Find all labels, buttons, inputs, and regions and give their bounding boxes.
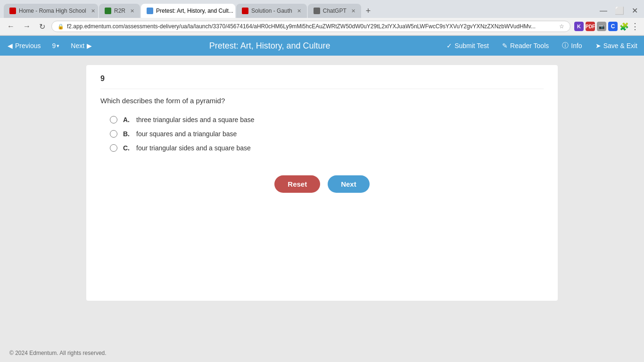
question-number: 9: [100, 74, 544, 89]
tab-edmentum[interactable]: Pretest: Art, History, and Cult... ✕: [141, 4, 235, 18]
toolbar-title: Pretest: Art, History, and Culture: [99, 41, 440, 51]
browser-extensions: K PDF 📷 C 🧩 ⋮: [574, 21, 639, 32]
option-c[interactable]: C. four triangular sides and a square ba…: [110, 144, 544, 152]
main-content: 9 Which describes the form of a pyramid?…: [0, 56, 644, 344]
previous-icon: ◀: [8, 42, 13, 49]
submit-icon: ✓: [446, 42, 452, 49]
address-bar: ← → ↻ 🔒 f2.app.edmentum.com/assessments-…: [0, 18, 644, 35]
option-b[interactable]: B. four squares and a triangular base: [110, 130, 544, 138]
copyright-text: © 2024 Edmentum. All rights reserved.: [9, 350, 107, 356]
question-number-display: 9: [52, 42, 56, 49]
tab-favicon-chatgpt: [314, 8, 320, 14]
submit-test-button[interactable]: ✓ Submit Test: [440, 36, 495, 56]
radio-a[interactable]: [110, 116, 117, 123]
minimize-button[interactable]: —: [597, 6, 610, 16]
tab-favicon-edmentum: [147, 8, 153, 14]
browser-chrome: Home - Roma High School ✕ R2R ✕ Pretest:…: [0, 0, 644, 36]
options-list: A. three triangular sides and a square b…: [110, 116, 544, 152]
option-c-letter: C.: [123, 144, 132, 152]
next-button-toolbar[interactable]: Next ▶: [63, 36, 99, 56]
option-b-text: four squares and a triangular base: [136, 130, 237, 138]
question-selector[interactable]: 9 ▾: [48, 36, 63, 56]
reset-button[interactable]: Reset: [274, 175, 320, 193]
bookmark-icon[interactable]: ☆: [559, 23, 564, 30]
chevron-down-icon: ▾: [57, 43, 59, 49]
action-buttons: Reset Next: [100, 175, 544, 193]
option-c-text: four triangular sides and a square base: [136, 144, 251, 152]
question-card: 9 Which describes the form of a pyramid?…: [86, 65, 558, 301]
reader-tools-button[interactable]: ✎ Reader Tools: [495, 36, 555, 56]
restore-button[interactable]: ⬜: [612, 5, 627, 16]
option-a-label: A. three triangular sides and a square b…: [123, 116, 255, 123]
question-text: Which describes the form of a pyramid?: [100, 97, 544, 105]
save-exit-label: Save & Exit: [603, 42, 637, 49]
tab-gauth-close[interactable]: ✕: [297, 8, 301, 14]
reload-button[interactable]: ↻: [37, 21, 48, 32]
tab-favicon-home: [9, 8, 16, 14]
forward-button[interactable]: →: [21, 21, 33, 32]
extension-blue[interactable]: C: [608, 22, 618, 31]
next-button[interactable]: Next: [328, 175, 370, 193]
previous-button[interactable]: ◀ Previous: [0, 36, 48, 56]
tab-home[interactable]: Home - Roma High School ✕: [4, 4, 98, 18]
tab-gauth-label: Solution - Gauth: [251, 8, 292, 14]
tab-home-close[interactable]: ✕: [91, 8, 95, 14]
tab-favicon-r2r: [105, 8, 111, 14]
lock-icon: 🔒: [58, 24, 64, 30]
extension-cam[interactable]: 📷: [597, 22, 606, 31]
option-c-label: C. four triangular sides and a square ba…: [123, 144, 251, 152]
new-tab-button[interactable]: +: [362, 4, 375, 18]
save-exit-button[interactable]: ➤ Save & Exit: [589, 36, 644, 56]
previous-label: Previous: [15, 42, 41, 49]
tab-favicon-gauth: [242, 8, 248, 14]
tab-home-label: Home - Roma High School: [19, 8, 86, 14]
tab-r2r-close[interactable]: ✕: [130, 8, 134, 14]
browser-menu-button[interactable]: ⋮: [631, 21, 639, 32]
info-button[interactable]: ⓘ Info: [555, 36, 588, 56]
extensions-icon[interactable]: 🧩: [619, 22, 629, 31]
close-button[interactable]: ✕: [629, 5, 640, 16]
extension-k[interactable]: K: [574, 22, 584, 31]
tab-bar: Home - Roma High School ✕ R2R ✕ Pretest:…: [0, 0, 644, 18]
option-b-label: B. four squares and a triangular base: [123, 130, 237, 138]
next-icon-toolbar: ▶: [87, 42, 92, 49]
url-bar[interactable]: 🔒 f2.app.edmentum.com/assessments-delive…: [51, 21, 570, 32]
next-label-toolbar: Next: [71, 42, 84, 49]
tab-r2r[interactable]: R2R ✕: [99, 4, 140, 18]
url-text: f2.app.edmentum.com/assessments-delivery…: [67, 23, 556, 30]
reader-tools-label: Reader Tools: [510, 42, 549, 49]
option-a[interactable]: A. three triangular sides and a square b…: [110, 116, 544, 123]
save-exit-icon: ➤: [595, 42, 601, 49]
toolbar-right: ✓ Submit Test ✎ Reader Tools ⓘ Info ➤ Sa…: [440, 36, 644, 56]
back-button[interactable]: ←: [5, 21, 17, 32]
tab-edmentum-label: Pretest: Art, History, and Cult...: [156, 8, 233, 14]
tab-chatgpt-label: ChatGPT: [323, 8, 347, 14]
option-a-text: three triangular sides and a square base: [136, 116, 255, 123]
footer: © 2024 Edmentum. All rights reserved.: [0, 344, 644, 362]
tab-chatgpt-close[interactable]: ✕: [351, 8, 355, 14]
tab-gauth[interactable]: Solution - Gauth ✕: [236, 4, 307, 18]
extension-pdf[interactable]: PDF: [586, 22, 595, 31]
tab-r2r-label: R2R: [114, 8, 125, 14]
tab-chatgpt[interactable]: ChatGPT ✕: [308, 4, 361, 18]
info-label: Info: [571, 42, 582, 49]
reader-tools-icon: ✎: [502, 42, 508, 49]
app-toolbar: ◀ Previous 9 ▾ Next ▶ Pretest: Art, Hist…: [0, 36, 644, 56]
radio-b[interactable]: [110, 130, 117, 138]
option-a-letter: A.: [123, 116, 132, 123]
info-icon: ⓘ: [562, 41, 569, 50]
radio-c[interactable]: [110, 144, 117, 152]
option-b-letter: B.: [123, 130, 132, 138]
submit-label: Submit Test: [454, 42, 489, 49]
